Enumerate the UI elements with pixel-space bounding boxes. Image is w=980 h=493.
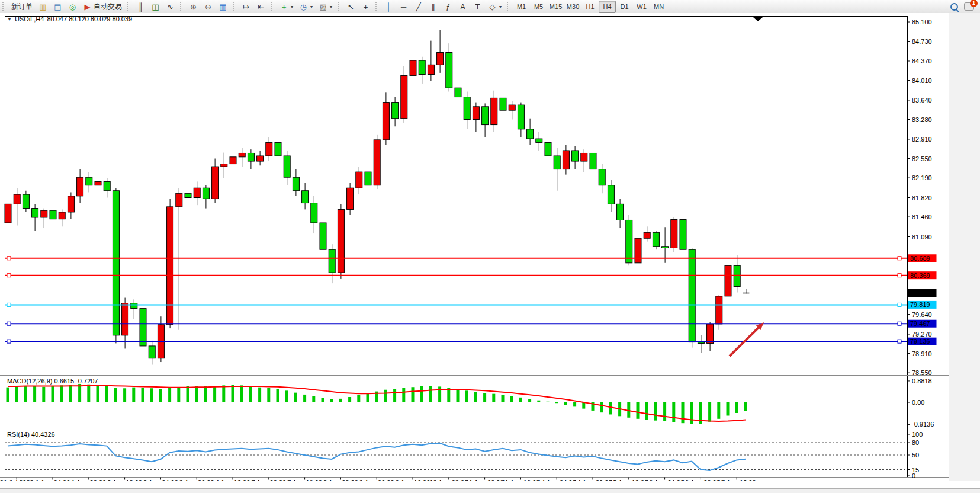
macd-histogram-bar: [708, 402, 711, 422]
macd-histogram-bar: [15, 386, 18, 402]
new-order-button[interactable]: 新订单: [8, 1, 36, 13]
chevron-down-icon[interactable]: ▾: [310, 4, 313, 9]
line-anchor-square[interactable]: [898, 340, 901, 343]
candle-bullish: [347, 188, 354, 209]
search-icon[interactable]: [950, 3, 958, 11]
candle-bearish: [293, 177, 299, 191]
timeframe-button-h4[interactable]: H4: [599, 1, 616, 13]
tile-windows-icon[interactable]: ▦: [216, 1, 230, 13]
timeframe-button-m15[interactable]: M15: [547, 1, 564, 13]
macd-histogram-bar: [348, 397, 351, 402]
price-tick-label: 82.910: [912, 136, 932, 143]
horizontal-line-icon[interactable]: ─: [396, 1, 411, 13]
chart-window-icon[interactable]: ▥: [36, 1, 50, 13]
line-anchor-square[interactable]: [7, 274, 11, 277]
timeframe-button-m1[interactable]: M1: [513, 1, 530, 13]
timeframe-button-mn[interactable]: MN: [650, 1, 667, 13]
price-tick-label: 82.190: [912, 174, 932, 181]
date-tick-label: 16 Aug 20:00: [682, 479, 720, 481]
macd-histogram-bar: [187, 386, 189, 402]
price-line-label: 79.136: [910, 338, 930, 345]
date-tick-label: 7 Aug 00:00: [251, 479, 286, 481]
vertical-line-icon[interactable]: │: [381, 1, 396, 13]
text-icon[interactable]: A: [455, 1, 470, 13]
macd-histogram-bar: [132, 388, 135, 402]
macd-histogram-bar: [420, 386, 423, 402]
templates-icon[interactable]: ▨▾: [316, 1, 335, 13]
macd-histogram-bar: [33, 386, 36, 402]
auto-scroll-icon[interactable]: ↦: [239, 1, 253, 13]
date-tick-label: 3 Aug 04:00: [143, 479, 178, 481]
price-line-label: 79.467: [910, 320, 930, 327]
timeframe-button-m5[interactable]: M5: [530, 1, 547, 13]
chart-shift-icon[interactable]: ⇤: [253, 1, 268, 13]
macd-histogram-bar: [222, 385, 225, 402]
templates-icon: ▨: [319, 3, 327, 11]
price-tick-label: 81.090: [912, 233, 932, 241]
price-line-label: 80.039: [910, 290, 930, 297]
indicators-icon[interactable]: ＋▾: [277, 1, 296, 13]
chevron-down-icon[interactable]: ▾: [330, 4, 332, 9]
price-tick-label: 83.280: [912, 116, 932, 123]
macd-histogram-bar: [330, 399, 333, 402]
date-tick-label: 3 Aug 20:00: [179, 479, 214, 481]
line-anchor-square[interactable]: [7, 322, 11, 325]
date-tick-label: 17 Aug 12:00: [718, 479, 756, 481]
macd-histogram-bar: [492, 394, 495, 402]
chart-dropdown-icon[interactable]: ▼: [7, 17, 12, 22]
macd-histogram-bar: [474, 392, 477, 402]
line-anchor-square[interactable]: [898, 322, 901, 325]
candle-bearish: [365, 172, 371, 185]
candle-bearish: [536, 139, 542, 142]
price-tick-label: 81.460: [912, 213, 932, 220]
signal-icon[interactable]: ◎: [65, 1, 80, 13]
label-icon[interactable]: T: [470, 1, 485, 13]
zoom-in-icon[interactable]: ⊕: [186, 1, 201, 13]
candle-bearish: [617, 204, 624, 220]
trendline-icon[interactable]: ╱: [411, 1, 426, 13]
auto-trading-icon: ▶: [83, 3, 92, 11]
chevron-down-icon[interactable]: ▾: [499, 4, 502, 9]
line-anchor-square[interactable]: [7, 257, 11, 260]
candlestick-icon[interactable]: ◫: [148, 1, 163, 13]
indicators-icon: ＋: [279, 3, 288, 11]
crosshair-icon[interactable]: ＋: [358, 1, 373, 13]
timeframe-button-w1[interactable]: W1: [633, 1, 650, 13]
price-tick-label: 82.550: [912, 155, 932, 162]
timeframe-button-h1[interactable]: H1: [581, 1, 599, 13]
toolbar-grip: [127, 2, 131, 11]
chevron-down-icon[interactable]: ▾: [291, 4, 293, 9]
bar-chart-icon[interactable]: ║: [133, 1, 148, 13]
candle-bearish: [392, 103, 399, 119]
zoom-out-icon[interactable]: ⊖: [201, 1, 216, 13]
candle-bearish: [464, 97, 470, 120]
price-tick-label: 85.100: [912, 18, 932, 25]
line-anchor-square[interactable]: [7, 303, 11, 306]
candle-bearish: [482, 107, 489, 125]
fibonacci-icon[interactable]: ƒ: [441, 1, 455, 13]
date-tick-label: 7 Aug 16:00: [287, 479, 322, 481]
auto-trading-button[interactable]: ▶自动交易: [80, 1, 125, 13]
macd-histogram-bar: [609, 402, 612, 414]
price-tick-label: 78.910: [912, 350, 932, 357]
line-anchor-square[interactable]: [7, 340, 11, 343]
notification-badge: 1: [970, 0, 978, 7]
auto-trading-button-label: 自动交易: [94, 2, 122, 12]
signal-icon: ◎: [68, 3, 77, 11]
line-anchor-square[interactable]: [898, 274, 901, 277]
notifications-icon[interactable]: 1: [964, 2, 974, 11]
timeframe-button-m30[interactable]: M30: [564, 1, 581, 13]
periods-icon[interactable]: ◷▾: [296, 1, 316, 13]
date-tick-label: 9 Aug 16:00: [396, 479, 430, 481]
timeframe-button-d1[interactable]: D1: [616, 1, 633, 13]
candle-bearish: [527, 129, 534, 139]
market-watch-icon[interactable]: ▤: [50, 1, 65, 13]
macd-histogram-bar: [412, 387, 415, 402]
line-anchor-square[interactable]: [898, 303, 901, 306]
channel-icon[interactable]: ∥: [426, 1, 441, 13]
line-anchor-square[interactable]: [898, 257, 901, 260]
shapes-icon[interactable]: ◇▾: [485, 1, 505, 13]
vertical-line-icon: │: [384, 3, 393, 11]
cursor-icon[interactable]: ↖: [343, 1, 358, 13]
line-chart-icon[interactable]: ∿: [163, 1, 178, 13]
